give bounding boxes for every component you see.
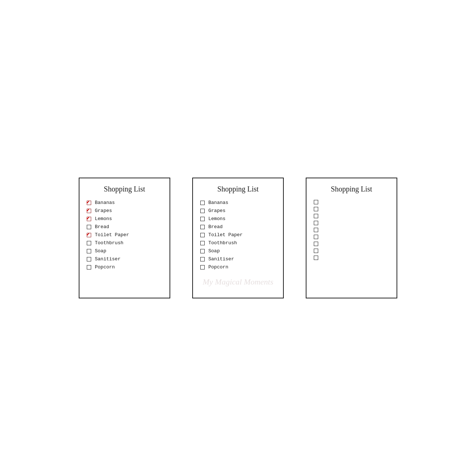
unchecked-checkbox-icon[interactable]: [200, 249, 205, 253]
item-label: Bread: [95, 224, 109, 230]
list-item: [314, 207, 389, 211]
unchecked-checkbox-icon[interactable]: [314, 221, 318, 225]
list-item: Popcorn: [200, 264, 276, 270]
list-item: [314, 235, 389, 239]
unchecked-checkbox-icon[interactable]: [87, 249, 91, 253]
list-item: [314, 228, 389, 232]
list-item: [314, 256, 389, 260]
item-label: Soap: [208, 248, 220, 254]
list-item: Soap: [200, 248, 276, 254]
shopping-card-2: Shopping ListBananasGrapesLemonsBreadToi…: [192, 178, 284, 298]
list-item: Bananas: [200, 200, 276, 205]
unchecked-checkbox-icon[interactable]: [314, 228, 318, 232]
item-label: Toilet Paper: [95, 232, 129, 238]
item-label: Popcorn: [95, 264, 115, 270]
unchecked-checkbox-icon[interactable]: [314, 256, 318, 260]
list-item: Grapes: [200, 208, 276, 213]
item-label: Lemons: [208, 216, 226, 222]
card-title-2: Shopping List: [200, 185, 276, 193]
unchecked-checkbox-icon[interactable]: [314, 242, 318, 246]
item-label: Sanitiser: [208, 256, 234, 262]
unchecked-checkbox-icon[interactable]: [314, 214, 318, 218]
card-title-1: Shopping List: [87, 185, 162, 193]
list-item: [314, 242, 389, 246]
list-item: Lemons: [200, 216, 276, 222]
unchecked-checkbox-icon[interactable]: [200, 241, 205, 245]
item-label: Toothbrush: [95, 240, 123, 246]
list-item: Bananas: [87, 200, 162, 205]
unchecked-checkbox-icon[interactable]: [314, 249, 318, 253]
list-item: Sanitiser: [87, 256, 162, 262]
card-title-3: Shopping List: [314, 185, 389, 193]
item-label: Lemons: [95, 216, 112, 222]
item-label: Grapes: [95, 208, 112, 213]
watermark: My Magical Moments: [202, 277, 273, 287]
item-list-3: [314, 200, 389, 260]
list-item: [314, 214, 389, 218]
list-item: [314, 249, 389, 253]
item-label: Grapes: [208, 208, 226, 213]
unchecked-checkbox-icon[interactable]: [200, 225, 205, 229]
unchecked-checkbox-icon[interactable]: [200, 233, 205, 237]
unchecked-checkbox-icon[interactable]: [314, 235, 318, 239]
unchecked-checkbox-icon[interactable]: [87, 265, 91, 269]
item-label: Bananas: [95, 200, 115, 205]
shopping-card-1: Shopping ListBananasGrapesLemonsBreadToi…: [79, 178, 170, 298]
item-label: Bread: [208, 224, 223, 230]
unchecked-checkbox-icon[interactable]: [87, 257, 91, 261]
list-item: Toothbrush: [87, 240, 162, 246]
shopping-card-3: Shopping List: [306, 178, 397, 298]
item-label: Sanitiser: [95, 256, 120, 262]
unchecked-checkbox-icon[interactable]: [200, 217, 205, 221]
item-label: Bananas: [208, 200, 228, 205]
unchecked-checkbox-icon[interactable]: [200, 265, 205, 269]
item-label: Popcorn: [208, 264, 228, 270]
list-item: Lemons: [87, 216, 162, 222]
unchecked-checkbox-icon[interactable]: [314, 200, 318, 204]
list-item: Toilet Paper: [87, 232, 162, 238]
list-item: Toilet Paper: [200, 232, 276, 238]
list-item: Soap: [87, 248, 162, 254]
list-item: [314, 200, 389, 204]
unchecked-checkbox-icon[interactable]: [200, 201, 205, 205]
list-item: Bread: [200, 224, 276, 230]
item-label: Toothbrush: [208, 240, 237, 246]
item-label: Soap: [95, 248, 106, 254]
list-item: Bread: [87, 224, 162, 230]
unchecked-checkbox-icon[interactable]: [200, 257, 205, 261]
unchecked-checkbox-icon[interactable]: [87, 241, 91, 245]
item-list-2: BananasGrapesLemonsBreadToilet PaperToot…: [200, 200, 276, 270]
checked-checkbox-icon[interactable]: [87, 201, 91, 205]
list-item: Popcorn: [87, 264, 162, 270]
checked-checkbox-icon[interactable]: [87, 233, 91, 237]
list-item: Toothbrush: [200, 240, 276, 246]
checked-checkbox-icon[interactable]: [87, 217, 91, 221]
unchecked-checkbox-icon[interactable]: [200, 209, 205, 213]
list-item: Grapes: [87, 208, 162, 213]
item-label: Toilet Paper: [208, 232, 243, 238]
list-item: Sanitiser: [200, 256, 276, 262]
unchecked-checkbox-icon[interactable]: [314, 207, 318, 211]
checked-checkbox-icon[interactable]: [87, 209, 91, 213]
list-item: [314, 221, 389, 225]
cards-container: Shopping ListBananasGrapesLemonsBreadToi…: [79, 178, 397, 298]
item-list-1: BananasGrapesLemonsBreadToilet PaperToot…: [87, 200, 162, 270]
unchecked-checkbox-icon[interactable]: [87, 225, 91, 229]
